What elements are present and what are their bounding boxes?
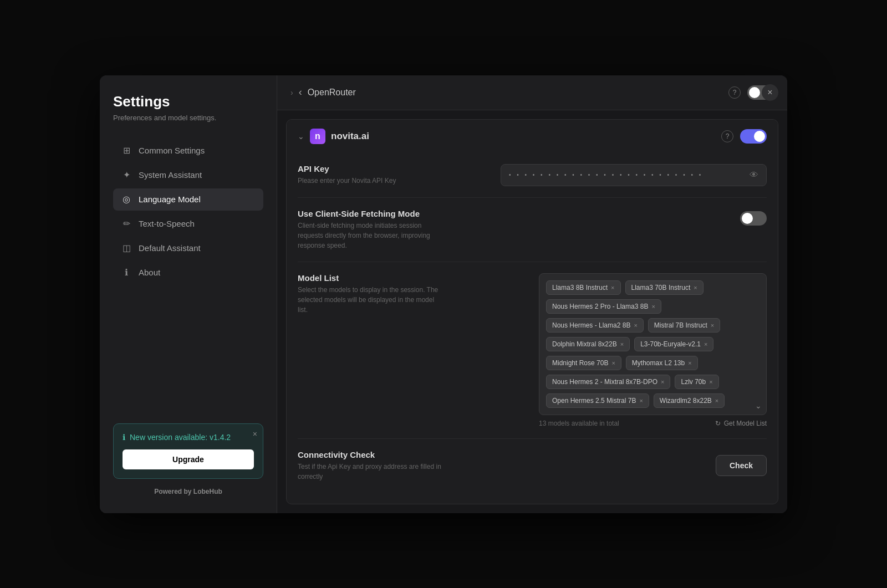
remove-midnight-rose-button[interactable]: ×	[611, 360, 615, 366]
remove-nous-llama2-button[interactable]: ×	[634, 322, 637, 329]
novita-name: novita.ai	[331, 131, 369, 142]
remove-l3-button[interactable]: ×	[704, 341, 707, 347]
model-tag-dolphin: Dolphin Mixtral 8x22B ×	[546, 337, 630, 351]
connectivity-info: Connectivity Check Test if the Api Key a…	[298, 450, 702, 482]
close-banner-icon: ×	[253, 430, 257, 438]
common-settings-icon: ⊞	[121, 145, 132, 156]
update-message: New version available: v1.4.2	[130, 433, 231, 442]
connectivity-description: Test if the Api Key and proxy address ar…	[298, 462, 442, 482]
update-banner-close[interactable]: ×	[253, 430, 257, 438]
sidebar-item-about[interactable]: ℹ About	[113, 262, 263, 284]
model-tag-nous-mixtral: Nous Hermes 2 - Mixtral 8x7B-DPO ×	[546, 375, 670, 389]
openrouter-header: › ‹ OpenRouter ?	[277, 75, 787, 110]
model-tag-mythomax: Mythomax L2 13b ×	[626, 356, 698, 370]
remove-open-hermes-button[interactable]: ×	[639, 397, 643, 404]
sidebar-item-label-tts: Text-to-Speech	[139, 219, 195, 228]
api-key-label: API Key	[298, 164, 487, 173]
novita-content: API Key Please enter your Novita API Key…	[287, 153, 778, 504]
check-button[interactable]: Check	[716, 455, 767, 476]
client-fetching-description: Client-side fetching mode initiates sess…	[298, 221, 442, 250]
sidebar-subtitle: Preferences and model settings.	[113, 114, 263, 122]
remove-dolphin-button[interactable]: ×	[620, 341, 624, 347]
close-button[interactable]: ×	[762, 84, 778, 101]
remove-lzlv-button[interactable]: ×	[709, 379, 712, 385]
sidebar-item-label-language: Language Model	[139, 195, 201, 204]
sidebar-item-label-about: About	[139, 268, 160, 277]
remove-wizardlm2-button[interactable]: ×	[715, 397, 718, 404]
model-tag-lzlv: Lzlv 70b ×	[675, 375, 718, 389]
model-tag-wizardlm2: Wizardlm2 8x22B ×	[654, 393, 725, 408]
api-key-info: API Key Please enter your Novita API Key	[298, 164, 487, 186]
models-count-text: 13 models available in total	[539, 420, 619, 427]
model-tag-nous-pro: Nous Hermes 2 Pro - Llama3 8B ×	[546, 299, 661, 314]
main-content: › ‹ OpenRouter ? ⌄	[277, 75, 787, 513]
client-fetching-info: Use Client-Side Fetching Mode Client-sid…	[298, 209, 727, 250]
connectivity-row: Connectivity Check Test if the Api Key a…	[298, 439, 767, 493]
sidebar-item-text-to-speech[interactable]: ✏ Text-to-Speech	[113, 213, 263, 235]
remove-llama3-8b-button[interactable]: ×	[611, 284, 614, 291]
novita-header-left: ⌄ n novita.ai	[298, 129, 369, 144]
sidebar-item-language-model[interactable]: ◎ Language Model	[113, 188, 263, 211]
get-model-list-button[interactable]: ↻ Get Model List	[715, 420, 767, 427]
language-model-icon: ◎	[121, 194, 132, 205]
model-tag-midnight-rose: Midnight Rose 70B ×	[546, 356, 621, 370]
api-key-dots: • • • • • • • • • • • • • • • • • • • • …	[509, 172, 745, 178]
expand-chevron-icon: ⌄	[298, 132, 304, 141]
novita-section: ⌄ n novita.ai ?	[286, 119, 778, 504]
api-key-description: Please enter your Novita API Key	[298, 176, 442, 186]
remove-nous-mixtral-button[interactable]: ×	[661, 379, 664, 385]
refresh-icon: ↻	[715, 420, 721, 427]
breadcrumb-arrow-icon: ›	[290, 88, 293, 97]
sidebar-item-default-assistant[interactable]: ◫ Default Assistant	[113, 237, 263, 259]
update-banner-header: ℹ New version available: v1.4.2	[123, 433, 254, 442]
provider-header-left: › ‹ OpenRouter	[290, 86, 356, 98]
back-icon[interactable]: ‹	[299, 86, 302, 98]
novita-header[interactable]: ⌄ n novita.ai ?	[287, 120, 778, 153]
sidebar: Settings Preferences and model settings.…	[100, 75, 277, 513]
upgrade-button[interactable]: Upgrade	[123, 449, 254, 469]
close-icon: ×	[767, 88, 772, 98]
sidebar-item-label-common: Common Settings	[139, 146, 205, 155]
sidebar-nav: ⊞ Common Settings ✦ System Assistant ◎ L…	[113, 140, 263, 410]
sidebar-item-system-assistant[interactable]: ✦ System Assistant	[113, 164, 263, 186]
system-assistant-icon: ✦	[121, 170, 132, 181]
novita-logo: n	[310, 129, 325, 144]
remove-nous-pro-button[interactable]: ×	[651, 303, 655, 310]
model-list-row: Model List Select the models to display …	[298, 262, 767, 439]
sidebar-item-label-system: System Assistant	[139, 170, 202, 180]
models-count-row: 13 models available in total ↻ Get Model…	[539, 420, 767, 427]
settings-modal: × Settings Preferences and model setting…	[100, 75, 787, 513]
default-assistant-icon: ◫	[121, 243, 132, 254]
powered-by: Powered by LobeHub	[113, 488, 263, 495]
sidebar-title: Settings	[113, 93, 263, 110]
sidebar-item-common[interactable]: ⊞ Common Settings	[113, 140, 263, 162]
about-icon: ℹ	[121, 267, 132, 278]
text-to-speech-icon: ✏	[121, 218, 132, 229]
remove-mistral-7b-button[interactable]: ×	[711, 322, 714, 329]
remove-llama3-70b-button[interactable]: ×	[694, 284, 697, 291]
connectivity-label: Connectivity Check	[298, 450, 702, 459]
novita-help-icon[interactable]: ?	[721, 130, 733, 142]
api-key-row: API Key Please enter your Novita API Key…	[298, 153, 767, 198]
model-tag-nous-llama2: Nous Hermes - Llama2 8B ×	[546, 318, 644, 333]
client-side-fetching-row: Use Client-Side Fetching Mode Client-sid…	[298, 198, 767, 262]
api-key-input[interactable]: • • • • • • • • • • • • • • • • • • • • …	[501, 164, 767, 186]
model-tag-open-hermes: Open Hermes 2.5 Mistral 7B ×	[546, 393, 649, 408]
eye-icon[interactable]: 👁	[750, 170, 758, 180]
novita-header-right: ?	[721, 129, 767, 144]
model-tags-wrapper: Llama3 8B Instruct × Llama3 70B Instruct…	[539, 273, 767, 415]
client-fetching-toggle[interactable]	[740, 211, 767, 226]
model-list-description: Select the models to display in the sess…	[298, 285, 442, 315]
model-list-expand-button[interactable]: ⌄	[755, 401, 762, 410]
update-banner: × ℹ New version available: v1.4.2 Upgrad…	[113, 423, 263, 479]
model-list-container: Llama3 8B Instruct × Llama3 70B Instruct…	[539, 273, 767, 427]
remove-mythomax-button[interactable]: ×	[688, 360, 691, 366]
model-tag-l3-euryale: L3-70b-Euryale-v2.1 ×	[634, 337, 713, 351]
info-banner-icon: ℹ	[123, 433, 125, 442]
sidebar-item-label-default: Default Assistant	[139, 243, 201, 253]
novita-toggle[interactable]	[740, 129, 767, 144]
model-list-info: Model List Select the models to display …	[298, 273, 526, 315]
model-tag-llama3-70b: Llama3 70B Instruct ×	[625, 280, 704, 295]
client-fetching-label: Use Client-Side Fetching Mode	[298, 209, 727, 218]
openrouter-help-icon[interactable]: ?	[728, 86, 741, 99]
